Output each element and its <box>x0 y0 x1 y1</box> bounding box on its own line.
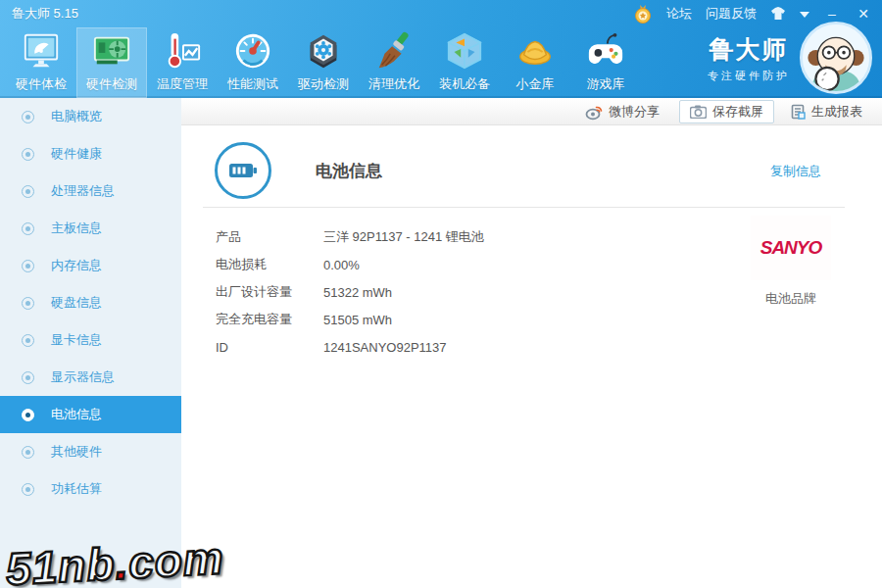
radio-icon <box>22 148 34 161</box>
toolbar-tab-label: 温度管理 <box>157 75 208 93</box>
toolbar-tab-wallet[interactable]: 小金库 <box>500 27 570 98</box>
sidebar-item-motherboard-info[interactable]: 主板信息 <box>0 210 181 247</box>
radio-icon <box>22 409 34 421</box>
table-row: ID 1241SANYO92P1137 <box>216 333 484 361</box>
report-icon <box>790 104 806 120</box>
row-value: 51322 mWh <box>323 285 392 300</box>
sidebar-item-processor-info[interactable]: 处理器信息 <box>0 172 181 210</box>
gamepad-icon <box>584 30 627 72</box>
radio-icon <box>22 111 34 123</box>
brand-tagline: 专注硬件防护 <box>708 69 790 83</box>
toolbar-tab-label: 硬件体检 <box>16 75 67 93</box>
main-toolbar: 硬件体检 硬件检测 <box>6 27 641 98</box>
sidebar-item-label: 硬盘信息 <box>51 294 102 312</box>
gear-hexagon-icon <box>302 30 345 72</box>
radio-icon <box>22 222 34 235</box>
gpu-card-icon <box>90 30 133 72</box>
battery-header: 电池信息 <box>215 142 382 199</box>
row-label: 完全充电容量 <box>216 311 323 328</box>
table-row: 产品 三洋 92P1137 - 1241 锂电池 <box>216 223 484 251</box>
generate-report-label: 生成报表 <box>811 103 862 121</box>
sidebar-item-other-hardware[interactable]: 其他硬件 <box>0 433 181 470</box>
row-label: ID <box>216 340 323 355</box>
toolbar-tab-hardware-detect[interactable]: 硬件检测 <box>76 27 147 98</box>
toolbar-tab-cleanup[interactable]: 清理优化 <box>359 27 429 98</box>
weibo-icon <box>585 103 603 121</box>
toolbar-tab-label: 游戏库 <box>587 75 625 93</box>
titlebar-actions: 论坛 问题反馈 – ✕ <box>633 4 872 24</box>
dropdown-menu-icon[interactable] <box>800 12 809 18</box>
medal-icon <box>633 4 653 24</box>
brand-text: 鲁大师 专注硬件防护 <box>708 33 790 83</box>
broom-icon <box>372 30 416 72</box>
cube-icon <box>443 30 486 72</box>
battery-brand-box: SANYO 电池品牌 <box>751 216 831 308</box>
table-row: 电池损耗 0.00% <box>216 251 484 278</box>
sidebar-item-label: 显卡信息 <box>51 331 102 349</box>
toolbar-tab-label: 清理优化 <box>368 75 419 93</box>
row-value: 0.00% <box>323 258 360 272</box>
radio-icon <box>22 260 34 272</box>
main-content: 电池信息 复制信息 产品 三洋 92P1137 - 1241 锂电池 电池损耗 … <box>181 125 882 588</box>
weibo-share-button[interactable]: 微博分享 <box>585 103 660 121</box>
sidebar-item-label: 处理器信息 <box>51 182 115 200</box>
sidebar-item-computer-overview[interactable]: 电脑概览 <box>0 98 181 135</box>
sidebar-item-hardware-health[interactable]: 硬件健康 <box>0 135 181 172</box>
row-label: 出厂设计容量 <box>216 283 323 301</box>
toolbar-tab-hardware-exam[interactable]: 硬件体检 <box>6 27 76 98</box>
feedback-link[interactable]: 问题反馈 <box>706 5 757 23</box>
battery-info-table: 产品 三洋 92P1137 - 1241 锂电池 电池损耗 0.00% 出厂设计… <box>216 223 484 361</box>
radio-icon <box>22 334 34 347</box>
sidebar-item-power-estimate[interactable]: 功耗估算 <box>0 470 181 508</box>
sidebar-item-monitor-info[interactable]: 显示器信息 <box>0 359 181 396</box>
camera-icon <box>690 105 707 119</box>
sidebar-item-memory-info[interactable]: 内存信息 <box>0 247 181 284</box>
close-button[interactable]: ✕ <box>855 6 872 22</box>
sidebar-item-label: 硬件健康 <box>51 145 102 163</box>
toolbar-tab-games[interactable]: 游戏库 <box>570 27 641 98</box>
header-divider <box>203 207 845 208</box>
forum-link[interactable]: 论坛 <box>666 5 692 23</box>
toolbar-tab-label: 小金库 <box>516 75 555 93</box>
sidebar-item-label: 内存信息 <box>51 257 102 274</box>
sanyo-logo: SANYO <box>751 216 831 280</box>
sidebar-item-label: 主板信息 <box>51 220 102 237</box>
radio-icon <box>22 185 34 198</box>
page-title: 电池信息 <box>316 160 382 182</box>
toolbar-tab-label: 装机必备 <box>439 75 490 93</box>
sidebar-item-battery-info[interactable]: 电池信息 <box>0 396 181 433</box>
copy-info-link[interactable]: 复制信息 <box>770 163 821 180</box>
monitor-radar-icon <box>20 30 63 72</box>
app-window: 鲁大师 5.15 论坛 问题反馈 <box>0 0 882 588</box>
gold-ingot-icon <box>514 30 557 72</box>
toolbar-tab-temperature[interactable]: 温度管理 <box>147 27 218 98</box>
radio-icon <box>22 297 34 310</box>
generate-report-button[interactable]: 生成报表 <box>790 103 862 121</box>
sanyo-logo-text: SANYO <box>760 237 822 259</box>
table-row: 完全充电容量 51505 mWh <box>216 306 484 333</box>
toolbar-tab-label: 硬件检测 <box>86 75 137 93</box>
toolbar-tab-driver[interactable]: 驱动检测 <box>288 27 359 98</box>
skin-icon[interactable] <box>770 6 786 22</box>
toolbar-tab-label: 性能测试 <box>227 75 278 93</box>
watermark-suffix: com <box>127 532 225 588</box>
app-title: 鲁大师 5.15 <box>12 5 78 23</box>
battery-brand-caption: 电池品牌 <box>751 290 831 308</box>
top-bar: 鲁大师 5.15 论坛 问题反馈 <box>0 0 882 98</box>
battery-icon <box>215 142 271 199</box>
thermometer-chart-icon <box>161 30 204 72</box>
toolbar-tab-label: 驱动检测 <box>298 75 349 93</box>
minimize-button[interactable]: – <box>823 6 841 22</box>
row-label: 电池损耗 <box>216 256 323 273</box>
sidebar-item-label: 电脑概览 <box>51 108 102 125</box>
row-value: 1241SANYO92P1137 <box>323 340 447 355</box>
sidebar-item-gpu-info[interactable]: 显卡信息 <box>0 321 181 359</box>
watermark-prefix: 51nb <box>5 538 117 588</box>
save-screenshot-button[interactable]: 保存截屏 <box>679 100 774 123</box>
sidebar-item-disk-info[interactable]: 硬盘信息 <box>0 284 181 321</box>
toolbar-tab-benchmark[interactable]: 性能测试 <box>218 27 288 98</box>
sidebar-item-label: 显示器信息 <box>51 368 115 386</box>
sidebar-item-label: 其他硬件 <box>51 443 102 461</box>
action-bar: 微博分享 保存截屏 生成报表 <box>181 98 882 125</box>
toolbar-tab-essentials[interactable]: 装机必备 <box>429 27 500 98</box>
